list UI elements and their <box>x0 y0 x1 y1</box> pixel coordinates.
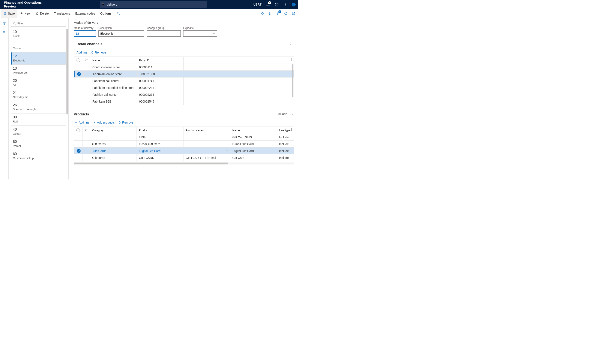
attachments-button[interactable]: 0 <box>274 10 282 17</box>
list-item[interactable]: 10Truck <box>11 28 66 40</box>
search-action-button[interactable] <box>114 9 122 18</box>
mode-input[interactable] <box>74 30 96 37</box>
table-row[interactable]: Gift cardsGIFTCARDGIFTCARD : : : : Email… <box>74 154 294 161</box>
charges-combo[interactable] <box>147 30 181 37</box>
row-selector[interactable] <box>74 91 83 98</box>
row-selector[interactable] <box>74 141 83 147</box>
office-button[interactable] <box>267 10 274 17</box>
list-item[interactable]: 26Standard overnight <box>11 101 66 114</box>
cell-linetype[interactable]: Include <box>277 141 294 147</box>
row-selector[interactable] <box>75 71 84 77</box>
table-row[interactable]: Gift CardsE-mail Gift CardE-mail Gift Ca… <box>74 141 294 147</box>
list-item[interactable]: 21Next day air <box>11 89 66 101</box>
select-all[interactable] <box>74 57 83 64</box>
cell-product[interactable]: GIFTCARD <box>137 154 183 161</box>
cell-linetype[interactable]: Include <box>277 154 294 161</box>
list-item[interactable]: 40Ocean <box>11 126 66 138</box>
col-name[interactable]: Name <box>230 127 277 134</box>
row-selector[interactable] <box>74 134 83 141</box>
cell-product[interactable]: Digital Gift Card <box>137 147 184 154</box>
cell-category[interactable]: Gift Cards <box>90 141 137 147</box>
products-add-products[interactable]: Add products <box>93 121 115 124</box>
col-variant[interactable]: Product variant <box>183 127 230 134</box>
products-header[interactable]: Products Include <box>74 110 294 118</box>
retail-add-line[interactable]: Add line <box>77 51 87 54</box>
popout-button[interactable] <box>290 10 297 17</box>
cell-variant[interactable] <box>183 141 230 147</box>
products-add-line[interactable]: Add line <box>75 121 90 124</box>
notifications-button[interactable]: 4 <box>264 1 272 8</box>
products-hscroll[interactable] <box>74 163 294 164</box>
external-codes-button[interactable]: External codes <box>73 9 98 18</box>
list-item[interactable]: 20Air <box>11 77 66 89</box>
cell-category[interactable]: Gift Cards <box>91 147 137 154</box>
copilot-button[interactable] <box>259 10 266 17</box>
row-selector[interactable] <box>74 84 83 91</box>
refresh-col[interactable] <box>83 57 90 64</box>
settings-button[interactable] <box>273 1 280 8</box>
table-row[interactable]: Fashion call center000002255 <box>74 91 294 98</box>
list-item[interactable]: 50Parcel <box>11 138 66 150</box>
table-row[interactable]: Fabrikam call center000001741 <box>74 78 294 84</box>
list-item[interactable]: 12Electronic <box>11 52 66 65</box>
col-category[interactable]: Category <box>90 127 137 134</box>
cell-party-id[interactable]: 000002231 <box>137 84 184 91</box>
options-button[interactable]: Options <box>98 9 114 18</box>
cell-name[interactable]: Contoso online store <box>90 64 137 70</box>
filter-rail-button[interactable] <box>0 20 8 27</box>
col-product[interactable]: Product <box>137 127 183 134</box>
user-avatar[interactable] <box>290 1 297 8</box>
cell-variant[interactable] <box>183 134 230 141</box>
search-input[interactable] <box>107 3 205 6</box>
list-item[interactable]: 60Customer pickup <box>11 150 66 162</box>
row-selector[interactable] <box>74 64 83 70</box>
help-button[interactable] <box>281 1 289 8</box>
row-selector[interactable] <box>74 78 83 84</box>
cell-party-id[interactable]: 000002255 <box>137 91 184 98</box>
table-row[interactable]: Fabrikam online store000001568 <box>74 71 294 78</box>
list-item[interactable]: 30Rail <box>11 114 66 126</box>
save-button[interactable]: Save <box>1 9 17 18</box>
delete-button[interactable]: Delete <box>33 9 51 18</box>
cell-name[interactable]: Gift Card 9999 <box>230 134 277 141</box>
refresh-button[interactable] <box>282 10 289 17</box>
table-row[interactable]: Contoso online store000001115 <box>74 64 294 71</box>
cell-name[interactable]: Fabrikam call center <box>90 78 137 84</box>
cell-name[interactable]: Fabrikam online store <box>91 71 138 77</box>
row-selector[interactable] <box>74 154 83 161</box>
cell-variant[interactable] <box>184 147 230 154</box>
table-row[interactable]: Gift CardsDigital Gift CardDigital Gift … <box>74 147 294 154</box>
new-button[interactable]: New <box>17 9 33 18</box>
filter-input[interactable] <box>17 22 64 25</box>
cell-name[interactable]: Fabrikam B2B <box>90 98 137 105</box>
table-row[interactable]: Fabrikam extended online store000002231 <box>74 84 294 91</box>
cell-variant[interactable]: GIFTCARD : : : : Email <box>183 154 230 161</box>
select-all[interactable] <box>74 127 83 134</box>
company-code[interactable]: USRT <box>253 3 261 6</box>
list-filter[interactable] <box>11 20 66 27</box>
expedite-combo[interactable] <box>183 30 217 37</box>
list-item[interactable]: 13Pickuporder <box>11 65 66 77</box>
cell-name[interactable]: Fabrikam extended online store <box>90 84 137 91</box>
cell-party-id[interactable]: 000002545 <box>137 98 184 105</box>
cell-category[interactable] <box>90 134 137 141</box>
retail-channels-header[interactable]: Retail channels <box>74 40 294 48</box>
cell-party-id[interactable]: 000001115 <box>137 64 184 70</box>
list-item[interactable]: 11Ground <box>11 40 66 52</box>
cell-name[interactable]: E-mail Gift Card <box>230 141 277 147</box>
cell-product[interactable]: E-mail Gift Card <box>137 141 183 147</box>
cell-party-id[interactable]: 000001741 <box>137 78 184 84</box>
col-party-id[interactable]: Party ID <box>137 57 184 64</box>
table-row[interactable]: 9999Gift Card 9999Include <box>74 134 294 141</box>
retail-remove[interactable]: Remove <box>91 51 106 54</box>
retail-grid-scrollbar[interactable] <box>292 64 293 97</box>
list-scrollbar[interactable] <box>67 29 68 114</box>
refresh-col[interactable] <box>83 127 90 134</box>
global-search[interactable] <box>100 1 207 8</box>
grid-more[interactable] <box>290 128 293 132</box>
cell-product[interactable]: 9999 <box>137 134 183 141</box>
cell-name[interactable]: Fashion call center <box>90 91 137 98</box>
description-input[interactable] <box>98 30 144 37</box>
cell-linetype[interactable]: Include <box>277 147 294 154</box>
list-rail-button[interactable] <box>0 28 8 35</box>
